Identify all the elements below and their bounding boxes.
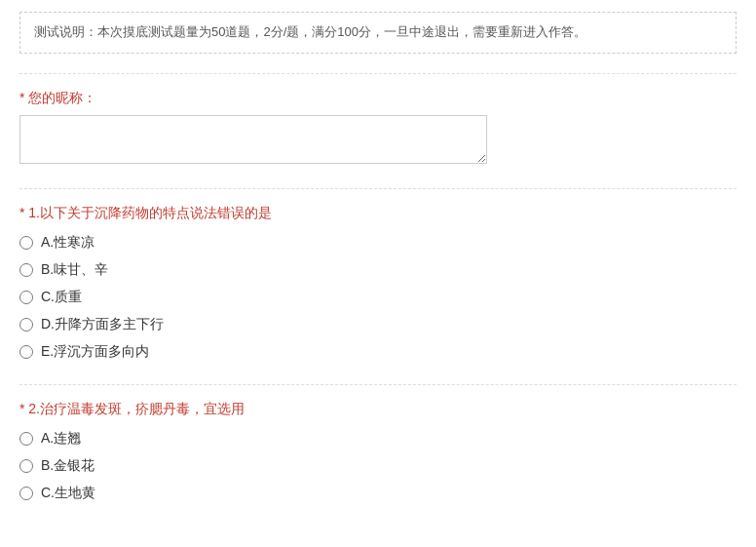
question-block-2: * 2.治疗温毒发斑，疥腮丹毒，宜选用A.连翘B.金银花C.生地黄 bbox=[19, 401, 737, 502]
options-list-2: A.连翘B.金银花C.生地黄 bbox=[19, 430, 737, 502]
radio-q1-e[interactable] bbox=[19, 345, 33, 359]
options-list-1: A.性寒凉B.味甘、辛C.质重D.升降方面多主下行E.浮沉方面多向内 bbox=[19, 234, 737, 361]
option-label-q1-e[interactable]: E.浮沉方面多向内 bbox=[41, 343, 149, 361]
option-item-q2-b: B.金银花 bbox=[19, 457, 737, 475]
option-label-q1-c[interactable]: C.质重 bbox=[41, 289, 82, 306]
radio-q1-b[interactable] bbox=[19, 263, 33, 277]
radio-q2-c[interactable] bbox=[19, 487, 33, 500]
nickname-section: * 您的昵称： bbox=[19, 90, 737, 167]
radio-q2-b[interactable] bbox=[19, 459, 33, 473]
option-item-q1-a: A.性寒凉 bbox=[19, 234, 737, 252]
option-item-q1-d: D.升降方面多主下行 bbox=[19, 316, 737, 333]
option-label-q1-d[interactable]: D.升降方面多主下行 bbox=[41, 316, 164, 333]
nickname-input[interactable] bbox=[19, 115, 487, 164]
notice-text: 测试说明：本次摸底测试题量为50道题，2分/题，满分100分，一旦中途退出，需要… bbox=[34, 24, 586, 39]
option-label-q1-b[interactable]: B.味甘、辛 bbox=[41, 261, 108, 279]
option-label-q2-c[interactable]: C.生地黄 bbox=[41, 485, 95, 502]
option-item-q1-b: B.味甘、辛 bbox=[19, 261, 737, 279]
divider-top bbox=[19, 73, 737, 74]
page-container: 测试说明：本次摸底测试题量为50道题，2分/题，满分100分，一旦中途退出，需要… bbox=[0, 0, 756, 537]
radio-q2-a[interactable] bbox=[19, 432, 33, 446]
nickname-label: * 您的昵称： bbox=[19, 90, 737, 107]
questions-container: * 1.以下关于沉降药物的特点说法错误的是A.性寒凉B.味甘、辛C.质重D.升降… bbox=[19, 205, 737, 502]
radio-q1-a[interactable] bbox=[19, 236, 33, 250]
option-item-q1-c: C.质重 bbox=[19, 289, 737, 306]
option-item-q2-c: C.生地黄 bbox=[19, 485, 737, 502]
radio-q1-c[interactable] bbox=[19, 291, 33, 304]
question-title-2: * 2.治疗温毒发斑，疥腮丹毒，宜选用 bbox=[19, 401, 737, 418]
radio-q1-d[interactable] bbox=[19, 318, 33, 332]
option-label-q2-b[interactable]: B.金银花 bbox=[41, 457, 94, 475]
option-item-q2-a: A.连翘 bbox=[19, 430, 737, 448]
question-block-1: * 1.以下关于沉降药物的特点说法错误的是A.性寒凉B.味甘、辛C.质重D.升降… bbox=[19, 205, 737, 361]
notice-bar: 测试说明：本次摸底测试题量为50道题，2分/题，满分100分，一旦中途退出，需要… bbox=[19, 12, 737, 54]
option-label-q2-a[interactable]: A.连翘 bbox=[41, 430, 81, 448]
divider-q1 bbox=[19, 188, 737, 189]
divider-between-q1-q2 bbox=[19, 384, 737, 385]
option-item-q1-e: E.浮沉方面多向内 bbox=[19, 343, 737, 361]
question-title-1: * 1.以下关于沉降药物的特点说法错误的是 bbox=[19, 205, 737, 222]
option-label-q1-a[interactable]: A.性寒凉 bbox=[41, 234, 94, 252]
